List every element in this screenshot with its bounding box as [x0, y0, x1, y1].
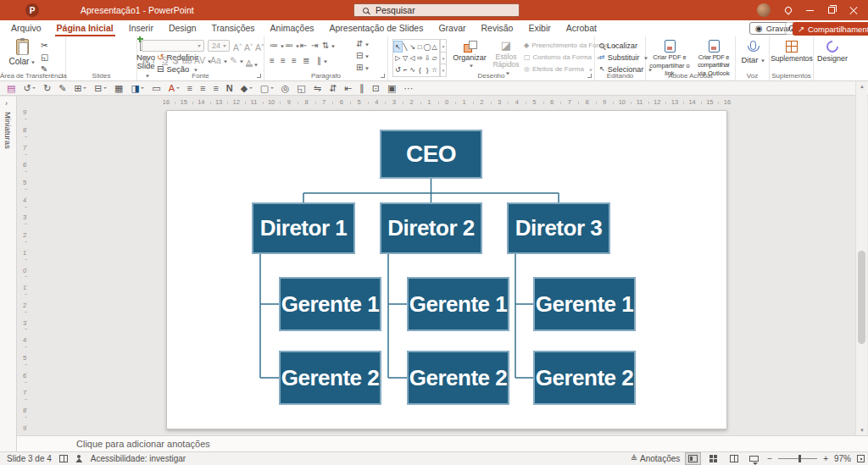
minimize-button[interactable]: [806, 10, 814, 11]
zoom-out-button[interactable]: −: [767, 454, 772, 463]
view-normal-button[interactable]: [686, 453, 700, 464]
search-box[interactable]: Pesquisar: [353, 3, 520, 17]
avatar[interactable]: [757, 3, 771, 17]
shape-fill-icon[interactable]: ◆: [241, 84, 253, 93]
text-direction-icon[interactable]: ⇵: [356, 40, 369, 48]
align-left-icon[interactable]: ≡: [187, 84, 192, 93]
shape-0-5[interactable]: △: [431, 42, 438, 52]
shape-outline-button[interactable]: ▢ Contorno da Forma: [524, 53, 600, 63]
dialog-launcher-drawing[interactable]: [587, 74, 592, 78]
dialog-launcher-font[interactable]: [257, 74, 261, 78]
align-center-icon[interactable]: ≡: [200, 84, 205, 93]
tab-apresentação-de-slides[interactable]: Apresentação de Slides: [322, 20, 431, 36]
shape-1-4[interactable]: ⇩: [424, 53, 431, 64]
org-box-manager-3-1[interactable]: Gerente 1: [533, 277, 636, 331]
theme-colors-icon[interactable]: ◨: [131, 84, 144, 93]
restore-button[interactable]: [828, 7, 835, 14]
thumbnails-panel[interactable]: › Miniaturas: [0, 97, 17, 451]
undo-icon[interactable]: ↺: [23, 84, 36, 93]
highlight-pen-icon[interactable]: ✎: [230, 55, 243, 66]
slide-canvas[interactable]: CEO Diretor 1 Diretor 2 Diretor 3 Gerent…: [166, 110, 727, 429]
expand-thumbnails-icon[interactable]: ›: [5, 99, 8, 108]
shape-1-0[interactable]: ▷: [394, 53, 402, 64]
char-spacing-button[interactable]: AV: [194, 55, 211, 66]
zoom-level[interactable]: 97%: [834, 454, 851, 463]
columns-icon[interactable]: ∥: [317, 57, 327, 65]
notes-pane[interactable]: Clique para adicionar anotações: [17, 435, 868, 451]
smartart-convert-icon[interactable]: ⊞: [356, 64, 369, 72]
redo-icon[interactable]: ↻: [43, 84, 51, 93]
org-box-director-1[interactable]: Diretor 1: [252, 202, 355, 254]
org-box-manager-1-1[interactable]: Gerente 1: [279, 277, 381, 331]
more-commands-icon[interactable]: ⋯: [403, 84, 413, 93]
justify-icon[interactable]: ≣: [303, 57, 309, 65]
layout-icon[interactable]: ⊟: [94, 84, 107, 93]
org-box-director-3[interactable]: Diretor 3: [507, 202, 610, 254]
numbering-icon[interactable]: ≕: [285, 42, 299, 50]
tab-gravar[interactable]: Gravar: [431, 20, 473, 36]
textbox-icon[interactable]: ▭: [152, 84, 160, 93]
crop-icon[interactable]: ▣: [387, 84, 396, 93]
grow-font-icon[interactable]: A: [233, 40, 242, 53]
accessibility-status[interactable]: Acessibilidade: investigar: [91, 454, 186, 463]
arrange-icon[interactable]: ◱: [297, 84, 305, 93]
tab-design[interactable]: Design: [161, 20, 204, 36]
shape-0-3[interactable]: □: [416, 42, 424, 52]
tab-inserir[interactable]: Inserir: [121, 20, 161, 36]
view-reading-button[interactable]: [726, 453, 741, 464]
zoom-slider[interactable]: [778, 458, 817, 459]
tab-revisão[interactable]: Revisão: [474, 20, 521, 36]
line-spacing-icon[interactable]: ⇅: [322, 42, 335, 50]
org-box-manager-3-2[interactable]: Gerente 2: [533, 351, 636, 405]
paste-button[interactable]: Colar: [7, 39, 37, 66]
slide-indicator[interactable]: Slide 3 de 4: [7, 454, 52, 463]
text-shadow-button[interactable]: S: [172, 55, 178, 66]
save-icon[interactable]: ▤: [7, 84, 15, 93]
bold-button[interactable]: N: [142, 55, 149, 66]
org-box-manager-1-2[interactable]: Gerente 2: [279, 351, 381, 405]
shrink-font-icon[interactable]: A: [244, 40, 253, 53]
shape-1-1[interactable]: ▽: [402, 53, 409, 64]
powerpoint-app-icon[interactable]: P: [25, 3, 39, 17]
book-icon[interactable]: [59, 455, 68, 462]
org-box-director-2[interactable]: Diretor 2: [380, 202, 482, 254]
flip-icon[interactable]: ⇵: [329, 84, 337, 93]
tab-transições[interactable]: Transições: [204, 20, 263, 36]
shape-0-4[interactable]: ◯: [423, 42, 431, 52]
dialog-launcher-paragraph[interactable]: [381, 74, 385, 78]
dictate-button[interactable]: Ditar: [741, 38, 765, 64]
tab-arquivo[interactable]: Arquivo: [3, 20, 49, 36]
change-case-button[interactable]: Aa: [210, 55, 227, 66]
find-button[interactable]: Localizar: [599, 41, 637, 51]
zoom-slider-thumb[interactable]: [798, 455, 801, 462]
rotate-icon[interactable]: ⇋: [314, 84, 321, 93]
clear-format-icon[interactable]: A: [255, 40, 264, 53]
zoom-in-button[interactable]: +: [823, 454, 828, 463]
slideshow-icon[interactable]: ▦: [114, 84, 123, 93]
strikethrough-button[interactable]: ab: [182, 55, 192, 66]
org-box-manager-2-1[interactable]: Gerente 1: [407, 277, 509, 331]
underline-button[interactable]: S: [162, 55, 168, 66]
font-size-combo[interactable]: 24: [208, 40, 230, 52]
outdent-icon[interactable]: ⇤: [300, 42, 307, 50]
shape-1-3[interactable]: ⇨: [416, 53, 424, 64]
bold-icon[interactable]: N: [226, 84, 233, 93]
designer-button[interactable]: Designer: [817, 38, 848, 63]
shape-0-2[interactable]: ↘: [409, 42, 416, 52]
pin-icon[interactable]: [783, 5, 793, 14]
align-right-icon[interactable]: ≡: [292, 57, 297, 65]
align-text-icon[interactable]: ⊟: [356, 52, 369, 60]
vertical-scrollbar[interactable]: ▲ ▼: [855, 81, 867, 435]
fit-slide-icon[interactable]: [857, 455, 865, 462]
format-painter-icon[interactable]: ✎: [58, 84, 66, 93]
font-color-button[interactable]: A: [246, 58, 258, 69]
arrange-button[interactable]: Organizar: [450, 38, 489, 68]
dialog-launcher-clipboard[interactable]: [58, 74, 63, 78]
tab-acrobat[interactable]: Acrobat: [559, 20, 604, 36]
addins-button[interactable]: Suplementos: [772, 38, 811, 63]
align-center-icon[interactable]: ≡: [281, 57, 286, 65]
shape-1-2[interactable]: ◁: [409, 53, 416, 64]
shape-effects-icon[interactable]: ◎: [281, 84, 290, 93]
view-sorter-button[interactable]: [706, 453, 721, 464]
scroll-up-icon[interactable]: ▲: [856, 84, 868, 89]
